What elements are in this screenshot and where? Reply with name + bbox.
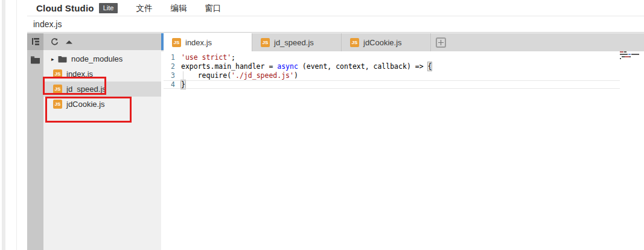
js-file-icon: JS	[53, 69, 62, 79]
tree-item-jdcookie-js[interactable]: JSjdCookie.js	[43, 97, 161, 112]
explorer-tree-icon	[31, 37, 40, 46]
breadcrumb: index.js	[33, 19, 62, 29]
menu-item-2[interactable]: 窗口	[205, 4, 221, 13]
tab-label: jdCookie.js	[363, 38, 402, 47]
main-area: ▸node_modulesJSindex.jsJSjd_speed.jsJSjd…	[27, 33, 644, 250]
tab-jd-speed-js[interactable]: JSjd_speed.js	[252, 33, 341, 51]
line-number: 1	[161, 53, 181, 62]
menu-item-0[interactable]: 文件	[136, 4, 152, 13]
tree-item-index-js[interactable]: JSindex.js	[43, 66, 161, 82]
line-number: 3	[161, 71, 181, 80]
editor-column: JSindex.jsJSjd_speed.jsJSjdCookie.js 1'u…	[161, 33, 644, 250]
minimap-row	[620, 56, 642, 57]
js-file-icon: JS	[53, 85, 62, 94]
text-cursor	[185, 80, 187, 88]
code-lines: 1'use strict';2exports.main_handler = as…	[161, 53, 644, 89]
plus-icon	[438, 40, 444, 45]
tree-item-label: index.js	[66, 69, 93, 79]
tree-item-node-modules[interactable]: ▸node_modules	[43, 51, 161, 66]
editor-tab-bar: JSindex.jsJSjd_speed.jsJSjdCookie.js	[161, 33, 644, 51]
explorer-toolbar	[43, 33, 161, 50]
file-tree: ▸node_modulesJSindex.jsJSjd_speed.jsJSjd…	[43, 50, 161, 250]
minimap-row	[620, 51, 642, 53]
menu-items: 文件编辑窗口	[118, 2, 221, 14]
cloud-studio-window: Cloud Studio Lite 文件编辑窗口 index.js	[0, 0, 644, 250]
code-text: 'use strict';	[181, 53, 235, 62]
tab-label: index.js	[185, 38, 212, 47]
breadcrumb-bar: index.js	[27, 16, 644, 33]
collapse-all-button[interactable]	[65, 39, 73, 45]
current-line-border-bottom	[164, 88, 620, 89]
code-line-3: 3 require('./jd_speed.js')	[161, 71, 644, 80]
lite-badge: Lite	[99, 3, 118, 13]
page-left-divider	[16, 0, 17, 250]
code-line-1: 1'use strict';	[161, 53, 644, 62]
collapse-up-icon	[65, 39, 73, 45]
js-file-icon: JS	[53, 100, 62, 109]
indent-guide	[183, 71, 183, 80]
tab-label: jd_speed.js	[274, 38, 314, 47]
tree-item-label: jdCookie.js	[66, 100, 105, 109]
activity-bar	[27, 33, 43, 250]
sidebar-resize-sash[interactable]	[161, 33, 164, 50]
js-file-icon: JS	[261, 38, 270, 47]
code-text: exports.main_handler = async (event, con…	[181, 62, 432, 71]
js-file-icon: JS	[350, 38, 359, 47]
tab-index-js[interactable]: JSindex.js	[164, 33, 252, 51]
app-frame: Cloud Studio Lite 文件编辑窗口 index.js	[27, 0, 644, 250]
new-tab-button[interactable]	[436, 37, 446, 48]
explorer-sidebar: ▸node_modulesJSindex.jsJSjd_speed.jsJSjd…	[43, 33, 161, 250]
tree-item-label: jd_speed.js	[66, 85, 106, 94]
tree-item-jd-speed-js[interactable]: JSjd_speed.js	[43, 82, 161, 97]
code-text: require('./jd_speed.js')	[181, 71, 298, 80]
page-left-strip	[2, 0, 5, 250]
code-line-2: 2exports.main_handler = async (event, co…	[161, 62, 644, 71]
minimap[interactable]	[620, 51, 642, 60]
activity-folder-button[interactable]	[27, 50, 43, 69]
folder-icon	[30, 56, 40, 64]
current-line-border-top	[164, 80, 620, 81]
minimap-row	[620, 58, 642, 59]
chevron-right-icon: ▸	[51, 56, 57, 62]
line-number: 2	[161, 62, 181, 71]
new-tab-cell	[430, 33, 451, 51]
folder-icon	[58, 56, 67, 63]
menu-item-1[interactable]: 编辑	[170, 4, 187, 13]
refresh-button[interactable]	[51, 38, 59, 46]
top-menu-bar: Cloud Studio Lite 文件编辑窗口	[27, 0, 644, 16]
app-title: Cloud Studio	[36, 3, 94, 13]
minimap-row	[620, 54, 642, 55]
activity-explorer-button[interactable]	[27, 33, 43, 50]
tree-item-label: node_modules	[71, 54, 123, 63]
code-editor[interactable]: 1'use strict';2exports.main_handler = as…	[161, 51, 644, 250]
js-file-icon: JS	[172, 38, 181, 47]
refresh-icon	[51, 38, 59, 46]
tab-jdcookie-js[interactable]: JSjdCookie.js	[341, 33, 430, 51]
